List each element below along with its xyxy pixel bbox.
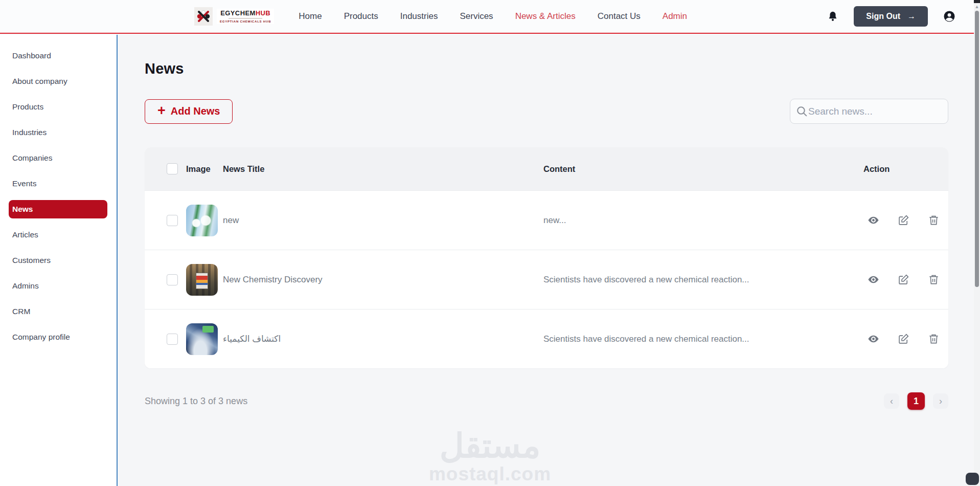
showing-summary: Showing 1 to 3 of 3 news [145, 396, 247, 407]
scrollbar-top-corner [974, 0, 980, 3]
column-header-action: Action [859, 164, 948, 174]
corner-widget[interactable] [966, 473, 979, 485]
sidebar-item-dashboard[interactable]: Dashboard [0, 43, 117, 69]
search-news-input[interactable] [808, 106, 943, 117]
account-circle-icon[interactable] [943, 10, 955, 23]
sidebar-item-industries[interactable]: Industries [0, 120, 117, 145]
edit-icon[interactable] [898, 214, 909, 226]
edit-icon[interactable] [898, 333, 909, 345]
main-content: News + Add News Image News Title Content… [119, 35, 980, 486]
row-checkbox[interactable] [167, 215, 178, 226]
next-page-button[interactable]: › [933, 393, 948, 409]
column-header-title: News Title [223, 164, 543, 174]
sidebar-item-articles[interactable]: Articles [0, 222, 117, 248]
sign-out-label: Sign Out [866, 12, 900, 21]
search-icon [795, 105, 808, 118]
news-content: Scientists have discovered a new chemica… [543, 275, 859, 285]
add-news-button[interactable]: + Add News [145, 99, 233, 124]
sidebar-item-products[interactable]: Products [0, 94, 117, 120]
sidebar-item-company-profile[interactable]: Company profile [0, 324, 117, 350]
arrow-right-icon: → [907, 12, 916, 21]
brand-tagline: EGYPTIAN CHEMICALS HUB [220, 20, 271, 24]
column-header-image: Image [186, 164, 223, 174]
select-all-checkbox[interactable] [167, 163, 178, 174]
eye-icon[interactable] [868, 274, 879, 285]
sidebar-item-customers[interactable]: Customers [0, 248, 117, 273]
row-actions [859, 274, 948, 285]
table-row: new new... [145, 190, 948, 250]
column-header-content: Content [543, 164, 859, 174]
row-actions [859, 333, 948, 345]
sign-out-button[interactable]: Sign Out → [854, 6, 928, 27]
news-table: Image News Title Content Action new new.… [145, 147, 948, 368]
row-checkbox[interactable] [167, 274, 178, 285]
sidebar-active-slot: News [0, 196, 117, 222]
table-footer: Showing 1 to 3 of 3 news ‹ 1 › [145, 392, 948, 410]
scroll-up-arrow-icon[interactable]: ▲ [974, 4, 980, 9]
admin-sidebar: Dashboard About company Products Industr… [0, 35, 118, 486]
page-title: News [145, 60, 948, 77]
news-title: new [223, 215, 543, 226]
nav-item-admin[interactable]: Admin [663, 11, 687, 21]
sidebar-item-admins[interactable]: Admins [0, 273, 117, 299]
news-title: New Chemistry Discovery [223, 275, 543, 285]
page-1-button[interactable]: 1 [907, 392, 925, 410]
pagination: ‹ 1 › [884, 392, 948, 410]
trash-icon[interactable] [928, 333, 940, 345]
nav-item-contact-us[interactable]: Contact Us [598, 11, 641, 21]
news-thumbnail [186, 264, 218, 296]
table-row: اكتشاف الكيمياء Scientists have discover… [145, 309, 948, 368]
main-nav: Home Products Industries Services News &… [299, 11, 687, 21]
plus-icon: + [157, 104, 166, 118]
bell-icon[interactable] [827, 10, 838, 23]
news-content: new... [543, 215, 859, 226]
edit-icon[interactable] [898, 274, 909, 285]
nav-item-home[interactable]: Home [299, 11, 322, 21]
eye-icon[interactable] [868, 214, 879, 226]
nav-item-products[interactable]: Products [344, 11, 378, 21]
table-row: New Chemistry Discovery Scientists have … [145, 250, 948, 309]
brand-divider [229, 18, 262, 19]
sidebar-item-events[interactable]: Events [0, 171, 117, 196]
eye-icon[interactable] [868, 333, 879, 345]
trash-icon[interactable] [928, 214, 940, 226]
logo[interactable]: EGYCHEMHUB EGYPTIAN CHEMICALS HUB [194, 7, 274, 26]
scrollbar-thumb[interactable] [975, 11, 979, 287]
row-actions [859, 214, 948, 226]
trash-icon[interactable] [928, 274, 940, 285]
toolbar: + Add News [145, 99, 948, 124]
sidebar-item-about-company[interactable]: About company [0, 69, 117, 94]
logo-text: EGYCHEMHUB EGYPTIAN CHEMICALS HUB [217, 9, 274, 25]
previous-page-button[interactable]: ‹ [884, 393, 899, 409]
nav-item-industries[interactable]: Industries [400, 11, 438, 21]
egychemhub-logo-mark-icon [194, 7, 213, 26]
sidebar-item-news[interactable]: News [9, 200, 107, 218]
sidebar-item-crm[interactable]: CRM [0, 299, 117, 324]
header-right-group: Sign Out → [827, 6, 955, 27]
sidebar-item-companies[interactable]: Companies [0, 145, 117, 171]
add-news-label: Add News [171, 105, 220, 117]
vertical-scrollbar[interactable]: ▲ [974, 0, 980, 486]
nav-item-services[interactable]: Services [460, 11, 493, 21]
brand-name: EGYCHEMHUB [220, 10, 270, 17]
row-checkbox[interactable] [167, 334, 178, 345]
news-thumbnail [186, 323, 218, 355]
nav-item-news-articles[interactable]: News & Articles [515, 11, 576, 21]
search-box [790, 99, 948, 124]
news-content: Scientists have discovered a new chemica… [543, 334, 859, 344]
news-title: اكتشاف الكيمياء [223, 334, 543, 344]
table-header-row: Image News Title Content Action [145, 147, 948, 190]
news-thumbnail [186, 205, 218, 236]
top-navbar: EGYCHEMHUB EGYPTIAN CHEMICALS HUB Home P… [0, 0, 974, 34]
